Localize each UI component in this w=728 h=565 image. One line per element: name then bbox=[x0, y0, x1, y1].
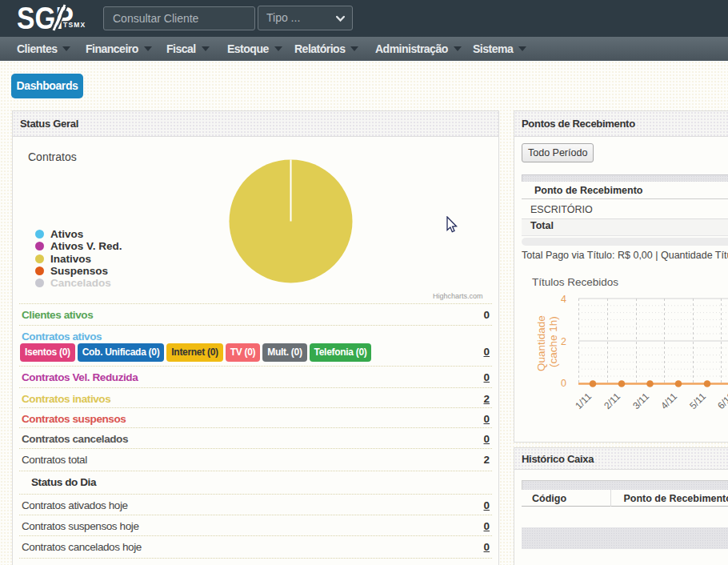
svg-text:2/11: 2/11 bbox=[602, 391, 622, 411]
svg-text:5/11: 5/11 bbox=[687, 391, 708, 411]
svg-text:0: 0 bbox=[561, 378, 566, 389]
svg-text:4: 4 bbox=[561, 294, 566, 305]
svg-text:(cache 1h): (cache 1h) bbox=[547, 316, 559, 367]
svg-text:4/11: 4/11 bbox=[658, 391, 679, 411]
svg-text:TSMX: TSMX bbox=[63, 21, 86, 29]
svg-text:3/11: 3/11 bbox=[630, 391, 651, 411]
svg-text:1/11: 1/11 bbox=[573, 391, 594, 411]
svg-text:Quantidade: Quantidade bbox=[535, 315, 547, 371]
svg-text:2: 2 bbox=[561, 336, 566, 347]
svg-text:6/11: 6/11 bbox=[715, 391, 728, 411]
